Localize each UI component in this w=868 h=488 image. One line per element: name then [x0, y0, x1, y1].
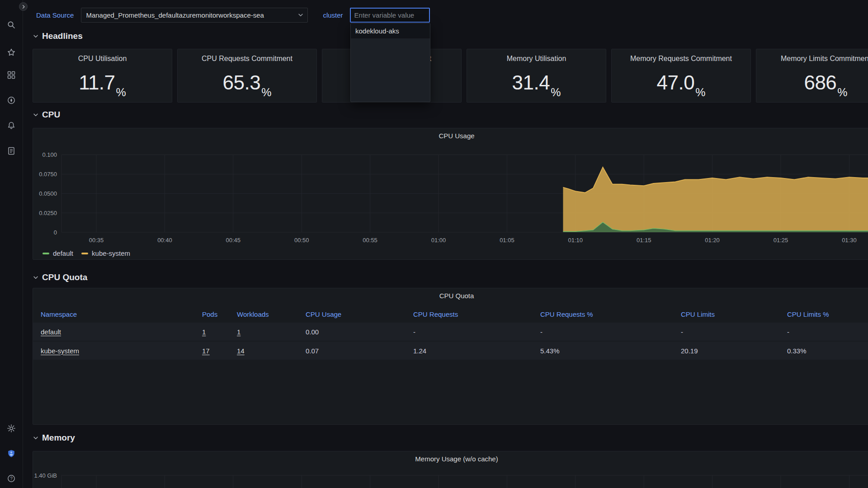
svg-text:1.40 GiB: 1.40 GiB: [34, 472, 57, 479]
cell-value: -: [787, 328, 868, 336]
sidebar: ?: [0, 0, 23, 488]
cluster-options-dropdown: kodekloud-aks: [350, 23, 430, 102]
data-source-value: Managed_Prometheus_defaultazuremonitorwo…: [86, 11, 297, 19]
section-title: Headlines: [42, 31, 83, 41]
svg-text:00:50: 00:50: [294, 237, 309, 244]
section-header-memory[interactable]: Memory: [33, 433, 75, 443]
memory-usage-panel-title[interactable]: Memory Usage (w/o cache): [33, 455, 868, 463]
cell-link[interactable]: 1: [202, 328, 237, 336]
section-header-headlines[interactable]: Headlines: [33, 31, 83, 41]
stat-title: Memory Limits Commitment: [756, 49, 868, 63]
chevron-down-icon: [33, 33, 39, 39]
svg-text:00:55: 00:55: [363, 237, 377, 244]
chevron-down-icon: [297, 12, 304, 18]
stat-value: 47.0%: [612, 63, 750, 102]
stat-panel: Memory Limits Commitment686%: [756, 49, 868, 103]
svg-text:0.0500: 0.0500: [39, 190, 57, 197]
settings-icon[interactable]: [6, 423, 17, 434]
cell-link[interactable]: 17: [202, 347, 237, 355]
stat-title: CPU Utilisation: [33, 49, 172, 63]
stat-value-number: 31.4: [512, 71, 550, 94]
data-source-label: Data Source: [36, 11, 74, 19]
search-icon[interactable]: [6, 19, 17, 30]
memory-usage-panel: Memory Usage (w/o cache) 1.40 GiB: [33, 451, 868, 488]
expand-sidebar-button[interactable]: [19, 2, 28, 11]
cell-value: -: [413, 328, 540, 336]
svg-text:00:35: 00:35: [89, 237, 104, 244]
cluster-variable-input[interactable]: [350, 8, 430, 23]
section-header-cpu-quota[interactable]: CPU Quota: [33, 272, 87, 282]
legend-item-kube-system[interactable]: kube-system: [81, 249, 130, 257]
stat-panel: CPU Requests Commitment65.3%: [177, 49, 317, 103]
cpu-quota-table-body: default110.00----kube-system17140.071.24…: [33, 323, 868, 360]
section-title: CPU Quota: [42, 272, 87, 282]
data-source-picker[interactable]: Managed_Prometheus_defaultazuremonitorwo…: [81, 8, 308, 23]
column-header-cpu-limits[interactable]: CPU Limits: [681, 310, 787, 318]
stat-value: 11.7%: [33, 63, 172, 102]
cell-value: -: [540, 328, 681, 336]
stat-title: Memory Utilisation: [467, 49, 606, 63]
stat-value-unit: %: [551, 86, 561, 102]
cpu-quota-panel: CPU Quota NamespacePodsWorkloadsCPU Usag…: [33, 288, 868, 425]
svg-text:?: ?: [10, 476, 13, 481]
stat-panel: Memory Utilisation31.4%: [467, 49, 606, 103]
alerting-icon[interactable]: [6, 120, 17, 131]
cpu-usage-panel-title[interactable]: CPU Usage: [33, 132, 868, 140]
stat-value-number: 47.0: [657, 71, 695, 94]
svg-text:01:00: 01:00: [431, 237, 446, 244]
svg-text:0: 0: [54, 229, 57, 236]
cell-value: 0.33%: [787, 347, 868, 355]
cpu-quota-table: NamespacePodsWorkloadsCPU UsageCPU Reque…: [33, 305, 868, 361]
column-header-cpu-usage[interactable]: CPU Usage: [306, 310, 413, 318]
cpu-usage-chart[interactable]: 00:3500:4000:4500:5000:5501:0001:0501:10…: [33, 128, 868, 260]
stat-value-unit: %: [695, 86, 705, 102]
svg-text:01:10: 01:10: [568, 237, 583, 244]
stat-value: 31.4%: [467, 63, 606, 102]
cell-value: 0.07: [306, 347, 413, 355]
dashboards-icon[interactable]: [6, 70, 17, 80]
cell-link[interactable]: default: [41, 328, 202, 336]
chevron-right-icon: [21, 4, 26, 9]
stat-value: 686%: [756, 63, 868, 102]
section-header-cpu[interactable]: CPU: [33, 110, 60, 120]
star-icon[interactable]: [6, 47, 17, 58]
administration-icon[interactable]: [6, 448, 17, 459]
stat-panel: CPU Utilisation11.7%: [33, 49, 172, 103]
column-header-pods[interactable]: Pods: [202, 310, 237, 318]
documentation-icon[interactable]: [6, 145, 17, 156]
column-header-cpu-limits-[interactable]: CPU Limits %: [787, 310, 868, 318]
column-header-cpu-requests[interactable]: CPU Requests: [413, 310, 540, 318]
cell-link[interactable]: kube-system: [41, 347, 202, 355]
section-title: CPU: [42, 110, 60, 120]
cpu-quota-table-header-row: NamespacePodsWorkloadsCPU UsageCPU Reque…: [33, 305, 868, 323]
cluster-variable-label: cluster: [323, 11, 343, 19]
column-header-namespace[interactable]: Namespace: [41, 310, 202, 318]
cell-value: 1.24: [413, 347, 540, 355]
cell-link[interactable]: 14: [237, 347, 306, 355]
stat-value-unit: %: [116, 86, 126, 102]
headline-stats-row: CPU Utilisation11.7%CPU Requests Commitm…: [33, 49, 868, 103]
svg-text:0.0750: 0.0750: [39, 171, 57, 178]
cpu-quota-panel-title[interactable]: CPU Quota: [33, 292, 868, 300]
stat-value: 65.3%: [178, 63, 316, 102]
svg-text:0.0250: 0.0250: [39, 210, 57, 216]
help-icon[interactable]: ?: [6, 473, 17, 484]
legend-label: default: [53, 249, 73, 257]
legend-label: kube-system: [92, 249, 130, 257]
column-header-cpu-requests-[interactable]: CPU Requests %: [540, 310, 681, 318]
cell-link[interactable]: 1: [237, 328, 306, 336]
legend-item-default[interactable]: default: [42, 249, 73, 257]
legend-swatch-icon: [42, 253, 49, 254]
dropdown-option-kodekloud-aks[interactable]: kodekloud-aks: [351, 23, 430, 38]
stat-value-number: 686: [804, 71, 836, 94]
svg-text:01:30: 01:30: [842, 237, 857, 244]
column-header-workloads[interactable]: Workloads: [237, 310, 306, 318]
stat-value-unit: %: [837, 86, 847, 102]
dashboard-variables-bar: Data Source Managed_Prometheus_defaultaz…: [33, 7, 430, 23]
svg-text:01:05: 01:05: [500, 237, 514, 244]
explore-icon[interactable]: [6, 95, 17, 106]
svg-text:00:40: 00:40: [157, 237, 172, 244]
cell-value: -: [681, 328, 787, 336]
cell-value: 5.43%: [540, 347, 681, 355]
cell-value: 0.00: [306, 328, 413, 336]
